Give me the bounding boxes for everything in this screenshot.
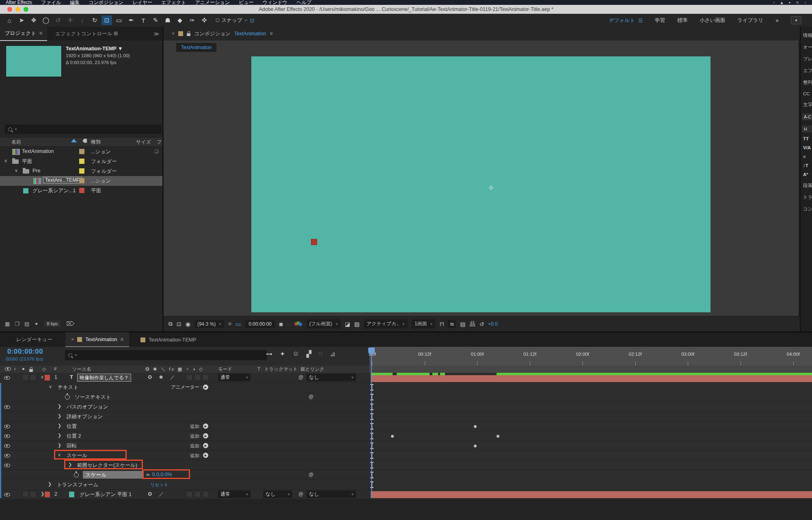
close-icon[interactable]: × xyxy=(172,31,175,37)
target-region-icon[interactable]: ◪ xyxy=(345,321,350,327)
always-preview-icon[interactable]: ⧉ xyxy=(168,320,173,327)
twirl-icon[interactable]: ∨ xyxy=(4,158,7,163)
project-row[interactable]: グレー系シアン...1平面 xyxy=(0,186,162,196)
magnification-dropdown[interactable]: (94.3 %)∨ xyxy=(194,320,224,328)
column-size[interactable]: サイズ xyxy=(136,139,151,146)
column-type[interactable]: 種類 xyxy=(91,139,101,146)
eye-icon[interactable] xyxy=(4,434,10,438)
twirl-icon[interactable]: ❯ xyxy=(58,433,61,438)
brush-tool[interactable]: ✎ xyxy=(150,15,161,25)
layer-inpoint-marker[interactable] xyxy=(370,472,374,478)
preview-item-title[interactable]: TextAnimation-TEMP ▼ xyxy=(66,45,130,52)
menu-item[interactable]: ヘルプ xyxy=(296,0,311,3)
eye-icon[interactable] xyxy=(4,425,10,428)
workspace-settings-icon[interactable]: ✦ xyxy=(791,16,801,24)
item-name[interactable]: TextAni...TEMP xyxy=(43,177,82,183)
expression-pickwhip-icon[interactable]: @ xyxy=(309,472,313,477)
trash-icon[interactable]: ⌦ xyxy=(66,320,74,327)
view-layout-dropdown[interactable]: 1画面∨ xyxy=(412,319,436,329)
layer-inpoint-marker[interactable] xyxy=(370,433,374,439)
tab-project[interactable]: プロジェクト ≡ xyxy=(0,26,47,41)
status-icon[interactable]: ◦ xyxy=(773,0,775,5)
panel-strip-item[interactable]: H xyxy=(802,126,812,132)
timeline-search-input[interactable]: ▾ xyxy=(65,350,267,360)
twirl-icon[interactable]: ∨ xyxy=(41,374,44,380)
label-color-swatch[interactable] xyxy=(79,159,84,164)
twirl-icon[interactable]: ❯ xyxy=(41,491,44,496)
solo-column-icon[interactable]: ● xyxy=(22,366,25,371)
lock-column-icon[interactable] xyxy=(29,369,33,372)
roto-brush-tool[interactable]: ✑ xyxy=(187,15,197,25)
project-row[interactable]: TextAni...TEMP...ション xyxy=(0,176,162,186)
property-row[interactable]: ❯トランスフォームリセット xyxy=(0,480,369,490)
layer-anchor-point-icon[interactable]: ✧ xyxy=(488,183,495,193)
twirl-icon[interactable]: ∨ xyxy=(49,384,52,389)
twirl-icon[interactable]: ❯ xyxy=(58,413,61,419)
tab-timeline-temp[interactable]: TextAnimation-TEMP xyxy=(135,333,202,347)
layer-inpoint-marker[interactable] xyxy=(370,384,374,391)
layer-inpoint-marker[interactable] xyxy=(370,413,374,420)
panel-strip-item[interactable]: プレ xyxy=(803,56,812,62)
parent-pickwhip-icon[interactable]: @ xyxy=(298,374,303,380)
property-row[interactable]: ❯パスのオプション xyxy=(0,402,369,412)
layer-inpoint-marker[interactable] xyxy=(370,423,374,430)
trackmatte-t-icon[interactable]: T xyxy=(257,366,260,371)
label-column-icon[interactable] xyxy=(83,139,87,143)
track-matte-dropdown[interactable]: なし∨ xyxy=(263,490,292,498)
type-tool[interactable]: T xyxy=(138,15,149,25)
item-name[interactable]: Pre xyxy=(32,168,40,174)
status-icon[interactable]: ≈ xyxy=(796,0,799,5)
add-button[interactable]: ▶ xyxy=(203,423,208,429)
reset-exposure-icon[interactable]: ↺ xyxy=(479,321,484,327)
layer-inpoint-marker[interactable] xyxy=(370,452,374,459)
matte-cell[interactable] xyxy=(203,491,209,497)
snapshot-icon[interactable]: ◙ xyxy=(279,321,283,327)
layer-switches[interactable]: ✪ ／ xyxy=(148,491,166,498)
timeline-button-icon[interactable]: ▤ xyxy=(460,321,465,327)
home-tool[interactable]: ⌂ xyxy=(4,15,15,25)
view-layout-eye-icon[interactable]: ◉ xyxy=(186,321,190,327)
rotation-tool[interactable]: ↻ xyxy=(89,15,100,25)
property-row[interactable]: ソーステキスト@ xyxy=(0,392,369,402)
layer-switches[interactable]: ✪ ✱ ／ xyxy=(148,374,178,381)
exposure-value[interactable]: +0.0 xyxy=(488,321,498,327)
panel-strip-item[interactable]: 段落 xyxy=(803,183,812,189)
trackmatte-column[interactable]: トラックマット xyxy=(264,366,298,372)
eye-icon[interactable] xyxy=(4,454,10,458)
number-column[interactable]: # xyxy=(54,366,56,371)
property-row[interactable]: ❯位置 2追加:▶ xyxy=(0,431,369,441)
panel-strip-item[interactable]: コン xyxy=(803,206,812,212)
eye-icon[interactable] xyxy=(4,376,10,380)
composition-canvas[interactable]: ✧ xyxy=(251,56,710,312)
show-snapshot-icon[interactable]: ◌ xyxy=(287,321,290,327)
current-time-field[interactable]: 0:00:00:00 xyxy=(7,348,43,356)
active-camera-dropdown[interactable]: アクティブカ..∨ xyxy=(364,319,408,329)
menu-item[interactable]: ビュー xyxy=(239,0,254,3)
motion-blur-icon[interactable]: ◌ xyxy=(319,350,323,358)
clone-stamp-tool[interactable]: ☗ xyxy=(162,15,173,25)
blend-mode-dropdown[interactable]: 通常∨ xyxy=(218,490,251,498)
pan-camera-tool[interactable]: ✛ xyxy=(65,15,76,25)
layer-duration-bar[interactable] xyxy=(371,491,812,498)
primary-viewer-icon[interactable]: ⊡ xyxy=(177,321,181,327)
show-channel-icon[interactable] xyxy=(294,321,302,327)
panel-strip-item[interactable]: エフ xyxy=(803,68,812,74)
current-time-display[interactable]: 0:00:00:00 xyxy=(245,320,275,328)
hide-shy-layers-icon[interactable]: ☺ xyxy=(292,350,299,358)
tab-effect-controls[interactable]: エフェクトコントロール 映 xyxy=(47,27,118,41)
project-search-input[interactable]: ▾ xyxy=(5,125,162,134)
panel-strip-item[interactable]: V/A xyxy=(803,145,812,150)
eye-icon[interactable] xyxy=(4,405,10,409)
work-area-bar[interactable] xyxy=(369,365,812,373)
expression-pickwhip-icon[interactable]: @ xyxy=(309,394,313,400)
panel-strip-item[interactable]: CC xyxy=(803,91,812,96)
column-f[interactable]: フ xyxy=(157,139,162,146)
twirl-icon[interactable]: ❯ xyxy=(58,443,61,448)
layer-color-swatch[interactable] xyxy=(45,375,50,380)
layer-inpoint-marker[interactable] xyxy=(370,404,374,410)
av-cell[interactable] xyxy=(30,374,36,380)
snap-angle-icon[interactable]: ⌐ xyxy=(245,17,248,23)
panel-menu-icon[interactable]: ≡ xyxy=(39,30,42,36)
keyframe-dot[interactable] xyxy=(474,445,477,447)
menu-item[interactable]: 編集 xyxy=(70,0,80,3)
